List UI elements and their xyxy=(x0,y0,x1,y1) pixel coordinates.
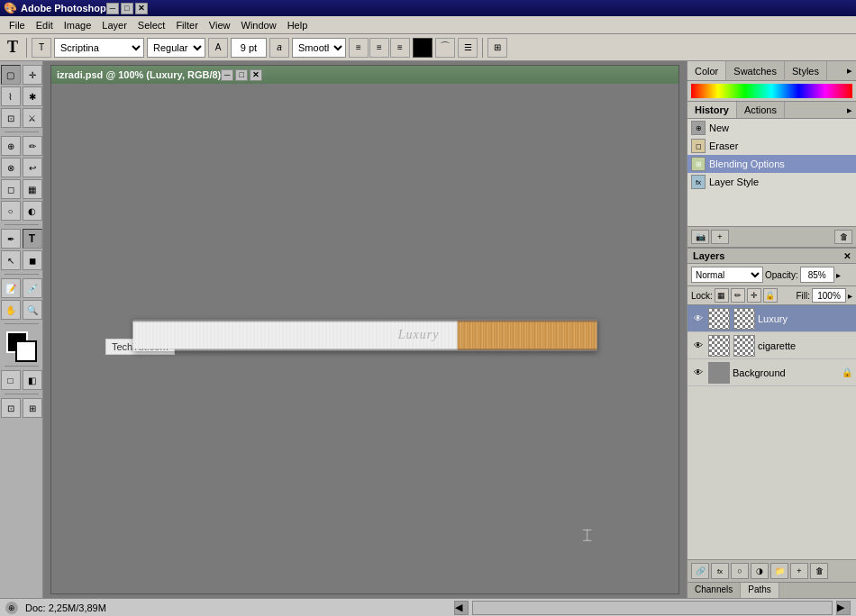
selection-tool[interactable]: ▢ xyxy=(1,65,21,85)
options-btn[interactable]: ⊞ xyxy=(487,38,507,58)
layer-delete-btn[interactable]: 🗑 xyxy=(810,563,828,579)
gradient-tool[interactable]: ▦ xyxy=(23,179,42,199)
tab-swatches[interactable]: Swatches xyxy=(726,61,785,80)
quick-mask-on[interactable]: ◧ xyxy=(23,370,42,390)
layer-item-luxury[interactable]: 👁 Luxury xyxy=(688,305,856,332)
warp-text-btn[interactable]: ⌒ xyxy=(435,38,455,58)
color-panel-options[interactable]: ▸ xyxy=(843,61,856,80)
menu-window[interactable]: Window xyxy=(236,18,282,32)
align-center-btn[interactable]: ≡ xyxy=(369,38,389,58)
layer-adjustment-btn[interactable]: ◑ xyxy=(751,563,769,579)
status-icon[interactable]: ⊕ xyxy=(5,602,18,614)
healing-tool[interactable]: ⊕ xyxy=(1,136,21,156)
font-family-select[interactable]: Scriptina xyxy=(54,38,144,58)
blur-tool[interactable]: ○ xyxy=(1,201,21,221)
lock-transparent-btn[interactable]: ▦ xyxy=(715,288,729,303)
lock-position-btn[interactable]: ✛ xyxy=(747,288,761,303)
layer-eye-luxury[interactable]: 👁 xyxy=(691,312,706,326)
layer-folder-btn[interactable]: 📁 xyxy=(770,563,788,579)
doc-minimize-btn[interactable]: ─ xyxy=(221,69,233,81)
layers-bottom-controls: 🔗 fx ○ ◑ 📁 + 🗑 xyxy=(688,559,856,582)
pen-tool[interactable]: ✒ xyxy=(1,229,21,249)
change-screen[interactable]: ⊞ xyxy=(23,398,42,418)
status-scroll-right[interactable]: ▶ xyxy=(836,601,851,615)
tab-color[interactable]: Color xyxy=(688,61,726,80)
doc-maximize-btn[interactable]: □ xyxy=(235,69,248,81)
brush-tool[interactable]: ✏ xyxy=(23,136,42,156)
menu-layer[interactable]: Layer xyxy=(96,18,132,32)
text-color-swatch[interactable] xyxy=(413,38,433,58)
layer-new-btn[interactable]: + xyxy=(790,563,808,579)
history-new-doc-btn[interactable]: + xyxy=(711,230,729,244)
maximize-button[interactable]: □ xyxy=(121,3,133,14)
lock-all-btn[interactable]: 🔒 xyxy=(763,288,778,303)
status-scrollbar[interactable] xyxy=(472,601,833,615)
opacity-input[interactable] xyxy=(800,267,834,283)
history-item-blending[interactable]: ⊞ Blending Options xyxy=(688,155,856,173)
eraser-tool[interactable]: ◻ xyxy=(1,179,21,199)
char-palette-btn[interactable]: ☰ xyxy=(458,38,478,58)
history-item-new[interactable]: ⊕ New xyxy=(688,119,856,137)
shape-tool[interactable]: ◼ xyxy=(23,250,42,270)
color-gradient-bar[interactable] xyxy=(691,84,852,98)
background-color[interactable] xyxy=(15,340,37,362)
menu-help[interactable]: Help xyxy=(282,18,314,32)
fill-input[interactable] xyxy=(812,288,846,303)
history-delete-btn[interactable]: 🗑 xyxy=(834,230,852,244)
blend-mode-select[interactable]: Normal xyxy=(691,267,763,283)
font-size-input[interactable] xyxy=(231,38,267,58)
tool-options-btn[interactable]: T xyxy=(32,38,51,58)
path-select-tool[interactable]: ↖ xyxy=(1,250,21,270)
layer-item-cigarette[interactable]: 👁 cigarette xyxy=(688,332,856,359)
layer-eye-background[interactable]: 👁 xyxy=(691,366,706,380)
quick-mask-off[interactable]: □ xyxy=(1,370,21,390)
menu-file[interactable]: File xyxy=(4,18,31,32)
fill-arrow[interactable]: ▸ xyxy=(848,291,852,301)
status-scroll-left[interactable]: ◀ xyxy=(454,601,469,615)
zoom-tool[interactable]: 🔍 xyxy=(23,300,42,320)
screen-mode[interactable]: ⊡ xyxy=(1,398,21,418)
slice-tool[interactable]: ⚔ xyxy=(23,108,42,128)
text-tool[interactable]: T xyxy=(23,229,42,249)
magic-wand-tool[interactable]: ✱ xyxy=(23,86,42,106)
layer-link-btn[interactable]: 🔗 xyxy=(691,563,709,579)
align-left-btn[interactable]: ≡ xyxy=(349,38,369,58)
dodge-tool[interactable]: ◐ xyxy=(23,201,42,221)
minimize-button[interactable]: ─ xyxy=(106,3,119,14)
tab-actions[interactable]: Actions xyxy=(737,102,785,118)
menu-image[interactable]: Image xyxy=(59,18,97,32)
antialiasing-select[interactable]: Smooth xyxy=(292,38,346,58)
lock-paint-btn[interactable]: ✏ xyxy=(731,288,745,303)
opacity-arrow[interactable]: ▸ xyxy=(836,270,841,280)
history-item-eraser[interactable]: ◻ Eraser xyxy=(688,137,856,155)
align-right-btn[interactable]: ≡ xyxy=(390,38,410,58)
notes-tool[interactable]: 📝 xyxy=(1,278,21,298)
close-button[interactable]: ✕ xyxy=(135,3,148,14)
tab-paths[interactable]: Paths xyxy=(741,583,779,598)
history-snapshot-btn[interactable]: 📷 xyxy=(691,230,709,244)
history-brush-tool[interactable]: ↩ xyxy=(23,158,42,177)
menu-select[interactable]: Select xyxy=(132,18,171,32)
color-swatches[interactable] xyxy=(6,331,37,362)
tab-history[interactable]: History xyxy=(688,102,737,118)
font-style-select[interactable]: Regular xyxy=(147,38,205,58)
menu-filter[interactable]: Filter xyxy=(170,18,203,32)
layer-item-background[interactable]: 👁 Background 🔒 xyxy=(688,359,856,386)
eyedropper-tool[interactable]: 💉 xyxy=(23,278,42,298)
hand-tool[interactable]: ✋ xyxy=(1,300,21,320)
lasso-tool[interactable]: ⌇ xyxy=(1,86,21,106)
menu-edit[interactable]: Edit xyxy=(31,18,59,32)
clone-tool[interactable]: ⊗ xyxy=(1,158,21,177)
history-panel-options[interactable]: ▸ xyxy=(843,102,856,118)
tab-channels[interactable]: Channels xyxy=(688,583,741,598)
doc-close-btn[interactable]: ✕ xyxy=(250,69,262,81)
crop-tool[interactable]: ⊡ xyxy=(1,108,21,128)
layer-fx-btn[interactable]: fx xyxy=(711,563,729,579)
layers-panel-close[interactable]: ✕ xyxy=(843,251,851,261)
menu-view[interactable]: View xyxy=(204,18,236,32)
layer-eye-cigarette[interactable]: 👁 xyxy=(691,339,706,353)
move-tool[interactable]: ✛ xyxy=(23,65,42,85)
history-item-layerstyle[interactable]: fx Layer Style xyxy=(688,173,856,191)
tab-styles[interactable]: Styles xyxy=(785,61,827,80)
layer-mask-btn[interactable]: ○ xyxy=(731,563,749,579)
